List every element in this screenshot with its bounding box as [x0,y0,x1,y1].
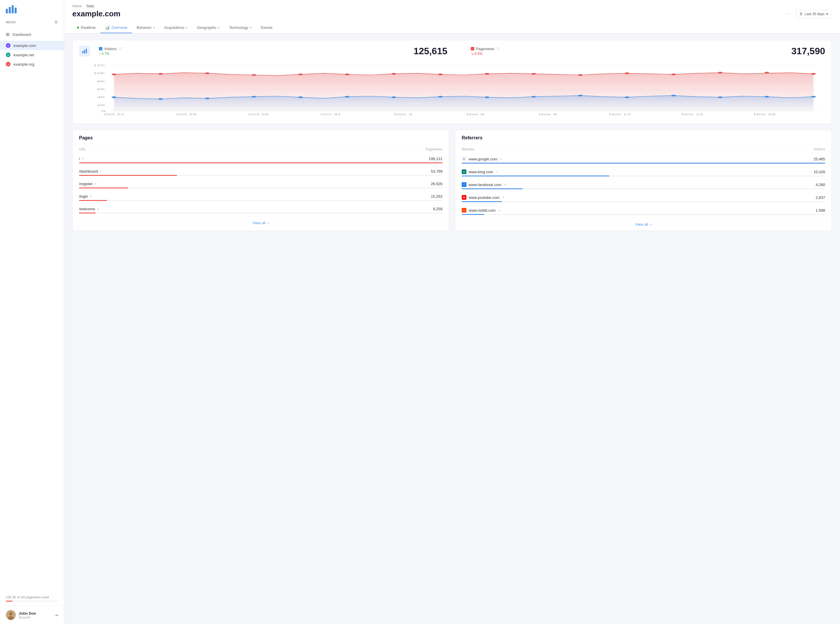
tab-geographic[interactable]: Geographic ▾ [192,22,224,33]
bar-fill [462,176,609,176]
svg-point-47 [625,97,630,98]
list-item: b www.bing.com ↗ 10,326 [455,167,832,179]
svg-text:Nov 3: Nov 3 [394,113,412,116]
referrers-view-all[interactable]: View all › [455,218,832,231]
tab-events[interactable]: Events [256,22,277,33]
bar-fill [462,201,502,202]
col-website-label: Website [462,147,474,151]
breadcrumb-home[interactable]: Home [72,4,82,8]
usage-section: 126.3K of 1M pageviews used. [0,592,64,605]
svg-point-37 [158,98,163,100]
svg-point-43 [438,96,443,98]
sidebar-site-example-net[interactable]: ● example.net [0,50,64,59]
svg-point-49 [718,97,722,98]
referrers-panel: Referrers Website Visitors G www.google.… [455,130,832,231]
date-picker[interactable]: 🗓 Last 30 days ▾ [796,10,832,18]
sidebar-item-dashboard[interactable]: ⊞ Dashboard [3,29,61,40]
logo-bar-1 [6,9,8,14]
bottom-panels: Pages URL Pageviews / ↗ 199,131 [72,130,832,231]
svg-text:Nov 15: Nov 15 [681,113,703,116]
tab-behavior[interactable]: Behavior ▾ [132,22,159,33]
svg-point-46 [578,95,583,97]
tab-geographic-label: Geographic [197,25,217,30]
stats-header: Visitors ⓘ ↑ 4.7% 125,615 Pageviews [73,40,832,59]
tab-realtime[interactable]: Realtime [72,22,101,33]
table-row: /register ↗ 26,926 [73,179,449,191]
sidebar-site-example-org[interactable]: ● example.org [0,59,64,69]
chart-container: 12K 10K 8K 6K 4K 2K 0 [73,59,832,124]
external-link-icon: ↗ [495,170,498,173]
col-url-label: URL [79,147,86,151]
svg-point-29 [531,73,536,75]
tab-technology[interactable]: Technology ▾ [224,22,256,33]
svg-point-44 [485,97,489,98]
breadcrumb-current: Stats [86,4,94,8]
chevron-down-icon: ▾ [826,12,828,16]
arrow-right-icon: › [268,221,269,225]
svg-text:Oct 22: Oct 22 [104,113,125,116]
google-icon: G [462,157,466,161]
bar-fill [79,200,107,201]
logout-icon[interactable]: ⇥ [54,612,58,618]
external-link-icon: ↗ [94,182,96,185]
logo-bar-2 [9,7,11,14]
logo-bar-3 [12,5,14,14]
menu-label: MENU [6,20,16,24]
bar-fill [79,175,177,176]
table-row: /dashboard ↗ 53,769 [73,166,449,179]
pages-panel: Pages URL Pageviews / ↗ 199,131 [72,130,449,231]
svg-point-28 [485,73,489,75]
stat-group: Visitors ⓘ ↑ 4.7% 125,615 Pageviews [99,46,825,57]
svg-point-39 [252,96,256,98]
external-link-icon: ↗ [502,196,504,199]
date-range-label: Last 30 days [805,12,825,16]
sidebar-site-example-com-label: example.com [14,43,36,48]
bar-fill [462,188,523,189]
chart-svg: 12K 10K 8K 6K 4K 2K 0 [79,62,825,120]
svg-rect-5 [86,49,87,53]
user-section[interactable]: John Doe Account ⇥ [0,605,64,624]
visitors-arrow: ↑ [99,52,101,56]
pages-view-all[interactable]: View all › [73,216,449,229]
visitors-label: Visitors [104,47,116,51]
list-item: r www.reddit.com ↗ 1,588 [455,205,832,218]
sidebar-site-example-com[interactable]: ● example.com [0,41,64,50]
pageviews-change-value: 0.5% [475,52,483,56]
svg-text:Nov 12: Nov 12 [609,113,631,116]
stats-card: Visitors ⓘ ↑ 4.7% 125,615 Pageviews [72,40,832,124]
site-dot-red: ● [6,62,11,66]
bar-fill [79,213,96,213]
overview-icon: 📊 [105,25,110,30]
more-button[interactable]: ··· [786,11,792,17]
pageviews-info-icon: ⓘ [497,47,500,51]
content-area: Visitors ⓘ ↑ 4.7% 125,615 Pageviews [64,34,840,237]
svg-point-23 [252,74,256,76]
arrow-right-icon: › [650,222,651,227]
pages-panel-header: Pages [73,130,449,144]
svg-text:Oct 25: Oct 25 [176,113,196,116]
main-header: Home › Stats example.com ··· 🗓 Last 30 d… [64,0,840,34]
pageviews-arrow: ↘ [471,52,474,56]
svg-point-40 [298,97,303,98]
svg-text:Nov 18: Nov 18 [753,113,775,116]
bar-fill [462,163,825,164]
external-link-icon: ↗ [500,158,502,161]
list-item: f www.facebook.com ↗ 4,280 [455,179,832,192]
table-row: /login ↗ 15,252 [73,191,449,204]
tab-behavior-label: Behavior [136,25,152,30]
user-role: Account [19,616,51,619]
settings-icon[interactable]: ⚙ [54,20,58,25]
svg-text:2K: 2K [97,104,105,107]
page-title-row: example.com ··· 🗓 Last 30 days ▾ [72,9,832,19]
svg-point-48 [671,95,676,97]
youtube-icon: ▶ [462,195,466,200]
realtime-dot [77,26,79,29]
svg-point-38 [205,98,210,99]
external-link-icon: ↗ [504,183,506,186]
tab-acquisitions[interactable]: Acquisitions ▾ [159,22,192,33]
usage-bar-fill [6,601,12,602]
tab-overview[interactable]: 📊 Overview [101,22,132,33]
svg-text:0: 0 [102,110,105,113]
svg-text:Nov 6: Nov 6 [466,113,485,116]
svg-point-41 [345,96,350,98]
